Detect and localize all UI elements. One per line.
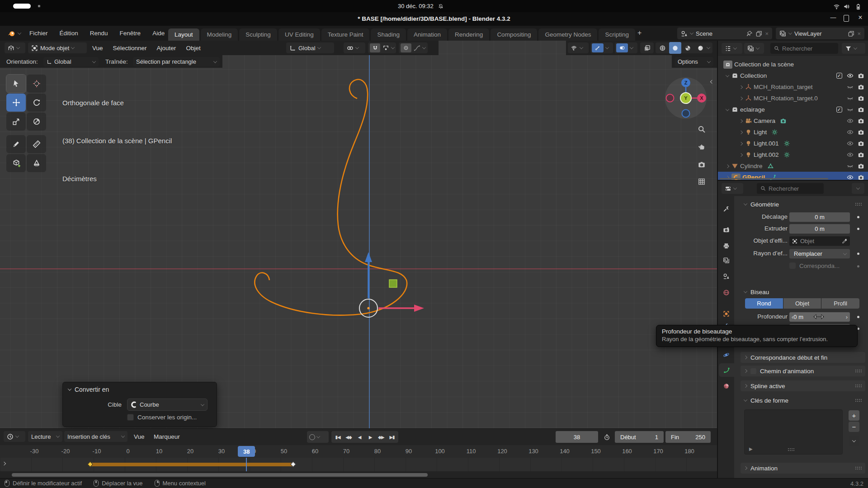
animate-dot[interactable] [857, 265, 859, 267]
display-mode-button[interactable] [744, 43, 764, 54]
show-gizmo-toggle[interactable] [592, 43, 604, 52]
expander-open-icon[interactable] [726, 107, 729, 111]
outliner-item-label[interactable]: MCH_Rotation_target [754, 84, 813, 90]
render-visibility-camera-icon[interactable] [856, 105, 865, 114]
shape-keys-plus-button[interactable]: + [849, 410, 859, 421]
timeline-ruler[interactable]: -30-20-100102030405060708090100110120130… [0, 445, 717, 458]
expander-closed-icon[interactable] [739, 85, 743, 89]
tab-shading[interactable]: Shading [371, 28, 406, 41]
tab-texture-paint[interactable]: Texture Paint [321, 28, 370, 41]
tool-select-box[interactable] [6, 75, 26, 93]
eye-closed-icon[interactable] [845, 162, 854, 171]
eye-open-icon[interactable] [845, 117, 854, 126]
tool-measure[interactable] [27, 135, 46, 153]
tab-uv-editing[interactable]: UV Editing [278, 28, 320, 41]
drag-mode-dropdown[interactable]: Sélection par rectangle [133, 57, 220, 66]
timeline-marker-menu[interactable]: Marqueur [152, 431, 182, 442]
render-visibility-camera-icon[interactable] [856, 94, 865, 103]
navigation-gizmo[interactable]: Z X Y [663, 75, 708, 121]
animate-dot[interactable] [857, 253, 859, 255]
snap-target-icon[interactable] [382, 45, 389, 52]
proportional-edit-toggle[interactable] [401, 43, 411, 52]
extruder-field[interactable]: 0 m [789, 224, 850, 234]
bevel-mode-objet[interactable]: Objet [783, 298, 821, 309]
close-button[interactable]: × [856, 14, 864, 22]
tab-layout[interactable]: Layout [168, 28, 199, 41]
ortho-grid-icon[interactable] [696, 176, 707, 187]
tool-annotate[interactable] [6, 135, 26, 153]
properties-tab-material[interactable] [718, 379, 734, 393]
expander-open-icon[interactable] [726, 73, 729, 77]
eye-open-icon[interactable] [845, 128, 854, 137]
render-visibility-camera-icon[interactable] [856, 71, 865, 80]
wifi-icon[interactable] [832, 2, 840, 10]
auto-key-record-toggle[interactable] [309, 434, 315, 440]
tool-rotate[interactable] [27, 94, 46, 112]
stopwatch-icon[interactable] [601, 432, 612, 442]
filter-button[interactable] [842, 43, 865, 54]
properties-tab-output[interactable] [718, 239, 734, 253]
properties-options-button[interactable] [852, 183, 864, 194]
options-dropdown[interactable]: Options [675, 57, 713, 66]
properties-tab-world[interactable] [718, 286, 734, 299]
properties-search-input[interactable]: Rechercher [757, 183, 824, 194]
expander-closed-icon[interactable] [739, 96, 743, 100]
properties-tab-view-layer[interactable] [718, 253, 734, 267]
outliner-item-label[interactable]: Light.001 [754, 140, 779, 147]
menu-rendu[interactable]: Rendu [84, 28, 114, 39]
tab-rendering[interactable]: Rendering [448, 28, 489, 41]
viewport-3d[interactable]: Mode objet VueSélectionnerAjouterObjet G… [0, 41, 717, 428]
correspondance-checkbox[interactable] [789, 263, 796, 269]
render-visibility-camera-icon[interactable] [856, 83, 865, 92]
timeline-view-menu[interactable]: Vue [132, 431, 146, 442]
pin-icon[interactable] [746, 30, 753, 37]
viewport-menu-ajouter[interactable]: Ajouter [155, 42, 178, 53]
decalage-field[interactable]: 0 m [789, 212, 850, 222]
eye-open-icon[interactable] [845, 139, 854, 148]
expander-closed-icon[interactable] [726, 164, 729, 168]
tab-scripting[interactable]: Scripting [599, 28, 635, 41]
frame-end-field[interactable]: Fin250 [665, 431, 711, 443]
volume-icon[interactable] [842, 2, 850, 10]
outliner-row-light[interactable]: Light [718, 127, 868, 138]
taper-radius-dropdown[interactable]: Remplacer [789, 249, 850, 258]
orientation-dropdown[interactable]: Global [43, 57, 99, 66]
view-layer-name[interactable]: ViewLayer [794, 30, 845, 37]
tab-animation[interactable]: Animation [407, 28, 447, 41]
sun-icon[interactable] [771, 129, 778, 136]
list-expander[interactable]: ▶ [749, 446, 753, 451]
unlink-icon[interactable]: × [765, 30, 769, 37]
pivot-point-dropdown[interactable] [344, 42, 365, 53]
frame-start-field[interactable]: Début1 [615, 431, 664, 443]
expander-closed-icon[interactable] [739, 153, 743, 156]
eye-open-icon[interactable] [845, 150, 854, 160]
animate-dot[interactable] [857, 216, 859, 218]
outliner-row-camera[interactable]: Camera [718, 115, 868, 127]
viewport-menu-objet[interactable]: Objet [184, 42, 202, 53]
render-visibility-camera-icon[interactable] [856, 150, 865, 160]
outliner-row-eclairage[interactable]: eclairage✓ [718, 104, 868, 115]
animate-dot[interactable] [857, 228, 859, 230]
outliner-row-mch-rotation-target[interactable]: MCH_Rotation_target [718, 81, 868, 93]
properties-tab-tool[interactable] [718, 202, 734, 216]
snap-magnet-toggle[interactable] [370, 43, 380, 52]
tool-cursor[interactable] [27, 75, 46, 93]
tab-modeling[interactable]: Modeling [201, 28, 238, 41]
panel-animation[interactable]: Animation [741, 463, 865, 474]
panel-cles-de-forme[interactable]: Clés de forme [741, 395, 865, 406]
copy-icon[interactable] [848, 30, 854, 37]
system-clock[interactable]: 30 déc. 09:32 [398, 3, 434, 9]
outliner-item-label[interactable]: Collection de la scène [734, 61, 794, 68]
notifications-off-icon[interactable] [437, 3, 444, 10]
tool-add-primitive[interactable] [27, 154, 46, 172]
show-overlays-toggle[interactable] [616, 43, 628, 52]
channel-expander[interactable] [2, 462, 6, 465]
mesh-data-icon[interactable] [767, 163, 774, 169]
editor-type-button[interactable] [5, 42, 25, 53]
tab-geometry-nodes[interactable]: Geometry Nodes [538, 28, 597, 41]
camera-view-icon[interactable] [696, 159, 707, 170]
battery-icon[interactable] [854, 2, 862, 10]
shading-wireframe-button[interactable] [656, 42, 669, 54]
tab-sculpting[interactable]: Sculpting [239, 28, 277, 41]
copy-icon[interactable] [755, 30, 762, 37]
